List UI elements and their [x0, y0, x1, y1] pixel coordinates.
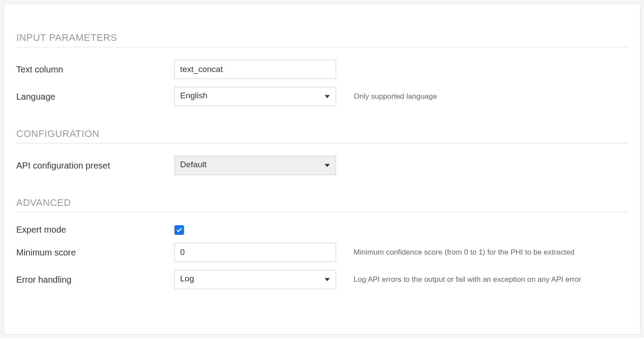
settings-panel: INPUT PARAMETERS Text column Language En…: [4, 4, 640, 334]
row-error-handling: Error handling Log Log API errors to the…: [16, 270, 628, 289]
label-error-handling: Error handling: [16, 275, 174, 285]
help-text-language: Only supported language: [354, 92, 437, 101]
label-minimum-score: Minimum score: [16, 248, 174, 258]
label-language: Language: [16, 92, 174, 102]
minimum-score-input[interactable]: [174, 243, 336, 262]
label-expert-mode: Expert mode: [16, 225, 174, 235]
control-wrap-language: English Only supported language: [174, 87, 437, 106]
error-handling-select-wrap: Log: [174, 270, 336, 289]
outer-container: INPUT PARAMETERS Text column Language En…: [0, 0, 644, 338]
text-column-input[interactable]: [174, 60, 336, 79]
api-preset-select-wrap: Default: [174, 156, 336, 175]
error-handling-select[interactable]: Log: [174, 270, 336, 289]
help-text-minimum-score: Minimum confidence score (from 0 to 1) f…: [354, 248, 575, 257]
row-minimum-score: Minimum score Minimum confidence score (…: [16, 243, 628, 262]
control-wrap-expert-mode: [174, 225, 184, 235]
control-wrap-error-handling: Log Log API errors to the output or fail…: [174, 270, 581, 289]
section-title-advanced: ADVANCED: [16, 197, 628, 212]
language-select[interactable]: English: [174, 87, 336, 106]
language-select-wrap: English: [174, 87, 336, 106]
row-text-column: Text column: [16, 60, 628, 79]
label-text-column: Text column: [16, 65, 174, 75]
api-preset-select[interactable]: Default: [174, 156, 336, 175]
row-expert-mode: Expert mode: [16, 225, 628, 235]
section-title-input-parameters: INPUT PARAMETERS: [16, 32, 628, 47]
checkmark-icon: [176, 227, 183, 234]
control-wrap-text-column: [174, 60, 336, 79]
label-api-preset: API configuration preset: [16, 161, 174, 171]
help-text-error-handling: Log API errors to the output or fail wit…: [354, 275, 581, 284]
expert-mode-checkbox[interactable]: [174, 225, 184, 235]
control-wrap-minimum-score: Minimum confidence score (from 0 to 1) f…: [174, 243, 575, 262]
row-api-preset: API configuration preset Default: [16, 156, 628, 175]
section-title-configuration: CONFIGURATION: [16, 128, 628, 144]
row-language: Language English Only supported language: [16, 87, 628, 106]
control-wrap-api-preset: Default: [174, 156, 336, 175]
